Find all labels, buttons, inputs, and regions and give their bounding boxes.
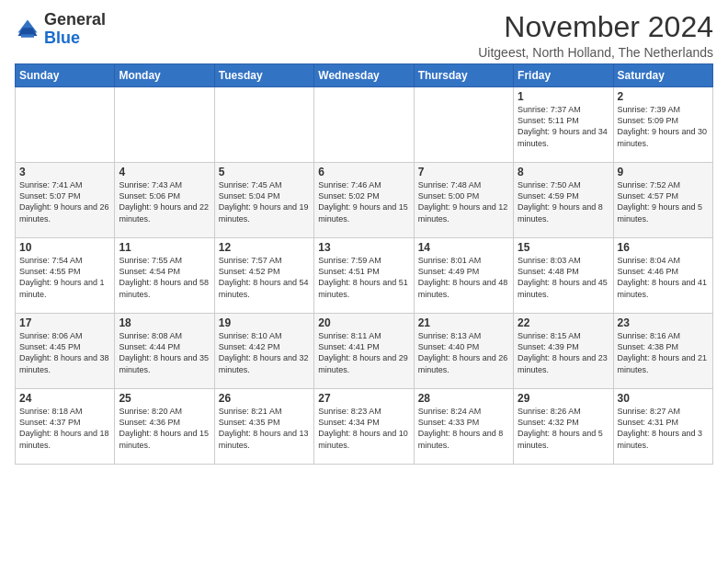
cell-4-1: 25Sunrise: 8:20 AMSunset: 4:36 PMDayligh…: [115, 389, 214, 465]
cell-1-2: 5Sunrise: 7:45 AMSunset: 5:04 PMDaylight…: [214, 163, 313, 238]
week-row-4: 24Sunrise: 8:18 AMSunset: 4:37 PMDayligh…: [16, 389, 713, 465]
cell-0-2: [214, 87, 313, 163]
day-number: 19: [219, 316, 310, 329]
day-info: Sunrise: 7:41 AMSunset: 5:07 PMDaylight:…: [19, 179, 110, 224]
svg-rect-2: [21, 34, 34, 38]
col-friday: Friday: [514, 64, 613, 87]
cell-4-2: 26Sunrise: 8:21 AMSunset: 4:35 PMDayligh…: [214, 389, 313, 465]
cell-3-0: 17Sunrise: 8:06 AMSunset: 4:45 PMDayligh…: [16, 314, 115, 389]
day-number: 23: [618, 316, 709, 329]
day-number: 20: [318, 316, 409, 329]
title-block: November 2024 Uitgeest, North Holland, T…: [478, 11, 713, 60]
cell-3-3: 20Sunrise: 8:11 AMSunset: 4:41 PMDayligh…: [314, 314, 414, 389]
day-info: Sunrise: 8:15 AMSunset: 4:39 PMDaylight:…: [518, 330, 609, 375]
day-info: Sunrise: 7:59 AMSunset: 4:51 PMDaylight:…: [318, 255, 409, 300]
day-info: Sunrise: 7:37 AMSunset: 5:11 PMDaylight:…: [518, 104, 609, 149]
day-info: Sunrise: 8:20 AMSunset: 4:36 PMDaylight:…: [119, 406, 210, 451]
day-number: 10: [19, 241, 110, 254]
day-number: 21: [418, 316, 509, 329]
cell-4-3: 27Sunrise: 8:23 AMSunset: 4:34 PMDayligh…: [314, 389, 414, 465]
day-info: Sunrise: 8:03 AMSunset: 4:48 PMDaylight:…: [518, 255, 609, 300]
day-info: Sunrise: 7:48 AMSunset: 5:00 PMDaylight:…: [418, 179, 509, 224]
cell-1-1: 4Sunrise: 7:43 AMSunset: 5:06 PMDaylight…: [115, 163, 214, 238]
cell-4-5: 29Sunrise: 8:26 AMSunset: 4:32 PMDayligh…: [514, 389, 613, 465]
day-number: 8: [518, 166, 609, 178]
day-info: Sunrise: 8:27 AMSunset: 4:31 PMDaylight:…: [618, 406, 709, 451]
cell-4-4: 28Sunrise: 8:24 AMSunset: 4:33 PMDayligh…: [414, 389, 513, 465]
cell-0-0: [16, 87, 115, 163]
cell-3-2: 19Sunrise: 8:10 AMSunset: 4:42 PMDayligh…: [214, 314, 313, 389]
day-info: Sunrise: 8:04 AMSunset: 4:46 PMDaylight:…: [618, 255, 709, 300]
week-row-0: 1Sunrise: 7:37 AMSunset: 5:11 PMDaylight…: [16, 87, 713, 163]
week-row-2: 10Sunrise: 7:54 AMSunset: 4:55 PMDayligh…: [16, 238, 713, 314]
day-info: Sunrise: 8:21 AMSunset: 4:35 PMDaylight:…: [219, 406, 310, 451]
calendar-table: Sunday Monday Tuesday Wednesday Thursday…: [15, 63, 713, 465]
day-info: Sunrise: 8:08 AMSunset: 4:44 PMDaylight:…: [119, 330, 210, 375]
col-wednesday: Wednesday: [314, 64, 414, 87]
day-number: 6: [318, 166, 409, 178]
cell-3-4: 21Sunrise: 8:13 AMSunset: 4:40 PMDayligh…: [414, 314, 513, 389]
day-number: 5: [219, 166, 310, 178]
day-info: Sunrise: 7:54 AMSunset: 4:55 PMDaylight:…: [19, 255, 110, 300]
logo-text: General Blue: [44, 11, 106, 48]
day-info: Sunrise: 8:10 AMSunset: 4:42 PMDaylight:…: [219, 330, 310, 375]
day-number: 15: [518, 241, 609, 254]
day-number: 30: [618, 392, 709, 405]
page-container: General Blue November 2024 Uitgeest, Nor…: [0, 0, 728, 472]
day-info: Sunrise: 8:06 AMSunset: 4:45 PMDaylight:…: [19, 330, 110, 375]
col-tuesday: Tuesday: [214, 64, 313, 87]
cell-2-5: 15Sunrise: 8:03 AMSunset: 4:48 PMDayligh…: [514, 238, 613, 314]
day-info: Sunrise: 8:26 AMSunset: 4:32 PMDaylight:…: [518, 406, 609, 451]
cell-2-2: 12Sunrise: 7:57 AMSunset: 4:52 PMDayligh…: [214, 238, 313, 314]
day-number: 9: [618, 166, 709, 178]
week-row-1: 3Sunrise: 7:41 AMSunset: 5:07 PMDaylight…: [16, 163, 713, 238]
day-info: Sunrise: 8:23 AMSunset: 4:34 PMDaylight:…: [318, 406, 409, 451]
day-info: Sunrise: 7:55 AMSunset: 4:54 PMDaylight:…: [119, 255, 210, 300]
day-info: Sunrise: 7:57 AMSunset: 4:52 PMDaylight:…: [219, 255, 310, 300]
day-number: 7: [418, 166, 509, 178]
cell-4-6: 30Sunrise: 8:27 AMSunset: 4:31 PMDayligh…: [613, 389, 712, 465]
day-number: 16: [618, 241, 709, 254]
day-number: 11: [119, 241, 210, 254]
day-info: Sunrise: 8:16 AMSunset: 4:38 PMDaylight:…: [618, 330, 709, 375]
day-number: 13: [318, 241, 409, 254]
day-number: 24: [19, 392, 110, 405]
col-saturday: Saturday: [613, 64, 712, 87]
day-info: Sunrise: 7:45 AMSunset: 5:04 PMDaylight:…: [219, 179, 310, 224]
day-number: 18: [119, 316, 210, 329]
cell-0-3: [314, 87, 414, 163]
day-number: 25: [119, 392, 210, 405]
day-number: 17: [19, 316, 110, 329]
cell-2-0: 10Sunrise: 7:54 AMSunset: 4:55 PMDayligh…: [16, 238, 115, 314]
day-number: 29: [518, 392, 609, 405]
header-row-days: Sunday Monday Tuesday Wednesday Thursday…: [16, 64, 713, 87]
day-info: Sunrise: 7:43 AMSunset: 5:06 PMDaylight:…: [119, 179, 210, 224]
day-number: 12: [219, 241, 310, 254]
day-info: Sunrise: 7:50 AMSunset: 4:59 PMDaylight:…: [518, 179, 609, 224]
logo: General Blue: [15, 11, 106, 48]
subtitle: Uitgeest, North Holland, The Netherlands: [478, 45, 713, 60]
logo-general: General: [44, 10, 106, 29]
cell-3-1: 18Sunrise: 8:08 AMSunset: 4:44 PMDayligh…: [115, 314, 214, 389]
day-number: 3: [19, 166, 110, 178]
day-info: Sunrise: 8:18 AMSunset: 4:37 PMDaylight:…: [19, 406, 110, 451]
day-number: 22: [518, 316, 609, 329]
day-number: 4: [119, 166, 210, 178]
day-number: 28: [418, 392, 509, 405]
day-number: 1: [518, 90, 609, 103]
cell-4-0: 24Sunrise: 8:18 AMSunset: 4:37 PMDayligh…: [16, 389, 115, 465]
logo-icon: [15, 17, 40, 42]
week-row-3: 17Sunrise: 8:06 AMSunset: 4:45 PMDayligh…: [16, 314, 713, 389]
cell-2-6: 16Sunrise: 8:04 AMSunset: 4:46 PMDayligh…: [613, 238, 712, 314]
day-info: Sunrise: 8:11 AMSunset: 4:41 PMDaylight:…: [318, 330, 409, 375]
col-sunday: Sunday: [16, 64, 115, 87]
day-info: Sunrise: 8:01 AMSunset: 4:49 PMDaylight:…: [418, 255, 509, 300]
cell-1-4: 7Sunrise: 7:48 AMSunset: 5:00 PMDaylight…: [414, 163, 513, 238]
day-info: Sunrise: 8:24 AMSunset: 4:33 PMDaylight:…: [418, 406, 509, 451]
col-thursday: Thursday: [414, 64, 513, 87]
day-number: 14: [418, 241, 509, 254]
logo-blue: Blue: [44, 29, 80, 47]
day-number: 2: [618, 90, 709, 103]
day-info: Sunrise: 7:39 AMSunset: 5:09 PMDaylight:…: [618, 104, 709, 149]
cell-1-5: 8Sunrise: 7:50 AMSunset: 4:59 PMDaylight…: [514, 163, 613, 238]
